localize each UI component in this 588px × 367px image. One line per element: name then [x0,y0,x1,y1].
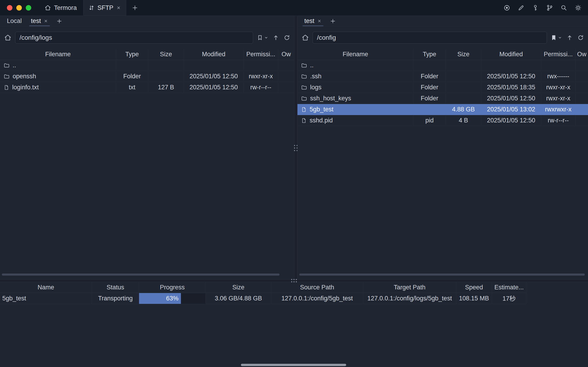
tab-sftp[interactable]: SFTP [83,0,126,16]
file-row-parent[interactable]: .. [0,60,294,71]
window-scrollbar-thumb[interactable] [241,364,346,366]
add-pane-tab-button[interactable] [327,16,339,26]
header-spacer [526,282,588,293]
column-header-size[interactable]: Size [206,282,271,293]
file-row-5gb-test-selected[interactable]: 5gb_test 4.88 GB 2025/01/05 13:02 rwxrwx… [298,104,588,115]
key-icon[interactable] [532,4,539,11]
edit-icon[interactable] [518,4,525,11]
remote-path-input[interactable] [313,32,547,44]
file-icon [4,84,9,91]
column-header-permissions[interactable]: Permissi... [244,49,278,60]
column-header-modified[interactable]: Modified [184,49,244,60]
column-header-status[interactable]: Status [92,282,139,293]
add-pane-tab-button[interactable] [53,16,66,26]
home-icon [45,5,51,11]
tab-test-right[interactable]: test [300,16,326,26]
record-icon[interactable] [503,4,510,11]
close-window-button[interactable] [7,5,12,11]
file-modified: 2025/01/05 12:50 [184,71,244,82]
column-header-progress[interactable]: Progress [139,282,206,293]
column-header-size[interactable]: Size [446,49,481,60]
local-table-header: Filename Type Size Modified Permissi... … [0,49,294,60]
file-type: Folder [116,71,148,82]
local-pane-tabs: Local test [0,16,294,26]
column-header-owner[interactable]: Ow [278,49,294,60]
local-path-input[interactable] [15,32,253,44]
folder-icon [4,74,10,79]
file-size [446,82,481,93]
tab-termora-label: Termora [54,4,77,11]
column-header-speed[interactable]: Speed [456,282,492,293]
home-icon[interactable] [302,34,309,41]
remote-path-actions [551,34,584,41]
file-icon [301,107,307,113]
file-size: 4.88 GB [446,104,481,115]
column-header-source-path[interactable]: Source Path [271,282,363,293]
new-tab-button[interactable] [126,0,144,16]
horizontal-scrollbar-thumb[interactable] [299,274,585,275]
file-owner [278,60,294,71]
file-modified: 2025/01/05 12:50 [184,82,244,93]
file-row-ssh[interactable]: .ssh Folder 2025/01/05 12:50 rwx------ [298,71,588,82]
tab-test-left-label: test [31,17,41,25]
chevron-down-icon [264,36,268,40]
file-row-openssh[interactable]: openssh Folder 2025/01/05 12:50 rwxr-xr-… [0,71,294,82]
file-permissions: rw-r--r-- [541,115,576,126]
tab-local[interactable]: Local [3,16,26,26]
column-header-filename[interactable]: Filename [0,49,116,60]
local-path-actions [257,34,290,41]
zoom-window-button[interactable] [26,5,31,11]
horizontal-scrollbar-thumb[interactable] [2,274,280,275]
transfer-target-path: 127.0.0.1:/config/logs/5gb_test [363,293,456,304]
file-row-sshd-pid[interactable]: sshd.pid pid 4 B 2025/01/05 12:50 rw-r--… [298,115,588,126]
file-name: 5gb_test [310,106,333,113]
column-header-estimate[interactable]: Estimate... [492,282,526,293]
pane-splitter[interactable] [294,16,298,279]
branch-icon[interactable] [546,4,553,11]
close-icon[interactable] [116,6,121,10]
search-icon[interactable] [560,4,567,11]
column-header-filename[interactable]: Filename [298,49,414,60]
column-header-permissions[interactable]: Permissi... [541,49,576,60]
file-permissions: rw-r--r-- [244,82,278,93]
remote-pane-tabs: test [298,16,588,26]
home-icon[interactable] [4,34,11,41]
tab-local-label: Local [7,17,22,25]
column-header-type[interactable]: Type [116,49,148,60]
file-name: .. [13,62,16,69]
file-row-logs[interactable]: logs Folder 2025/01/05 18:35 rwxr-xr-x [298,82,588,93]
refresh-button[interactable] [284,34,290,41]
file-name: openssh [13,73,36,80]
file-row-parent[interactable]: .. [298,60,588,71]
sftp-panes: Local test [0,16,588,279]
close-icon[interactable] [44,19,48,23]
transfers-splitter[interactable] [0,279,588,282]
tab-termora[interactable]: Termora [38,0,83,16]
transfer-row-5gb-test[interactable]: 5gb_test Transporting 63% 3.06 GB/4.88 G… [0,293,588,304]
file-row-loginfo[interactable]: loginfo.txt txt 127 B 2025/01/05 12:50 r… [0,82,294,93]
close-icon[interactable] [317,19,322,23]
minimize-window-button[interactable] [16,5,22,11]
bookmark-button[interactable] [551,34,562,41]
column-header-name[interactable]: Name [0,282,92,293]
chevron-down-icon [558,36,562,40]
column-header-size[interactable]: Size [148,49,184,60]
file-type [414,104,446,115]
column-header-type[interactable]: Type [414,49,446,60]
column-header-owner[interactable]: Ow [576,49,588,60]
file-row-ssh-host-keys[interactable]: ssh_host_keys Folder 2025/01/05 12:50 rw… [298,93,588,104]
traffic-lights [0,0,38,16]
bookmark-button[interactable] [257,34,268,41]
transfer-status: Transporting [92,293,139,304]
transfer-estimate: 17秒 [492,293,526,304]
column-header-target-path[interactable]: Target Path [363,282,456,293]
column-header-modified[interactable]: Modified [481,49,541,60]
remote-table-header: Filename Type Size Modified Permissi... … [298,49,588,60]
parent-directory-button[interactable] [273,34,279,41]
tab-test-left[interactable]: test [27,16,52,26]
parent-directory-button[interactable] [566,34,573,41]
local-pathbar [0,26,294,49]
settings-icon[interactable] [575,4,581,11]
refresh-button[interactable] [577,34,584,41]
titlebar: Termora SFTP [0,0,588,16]
